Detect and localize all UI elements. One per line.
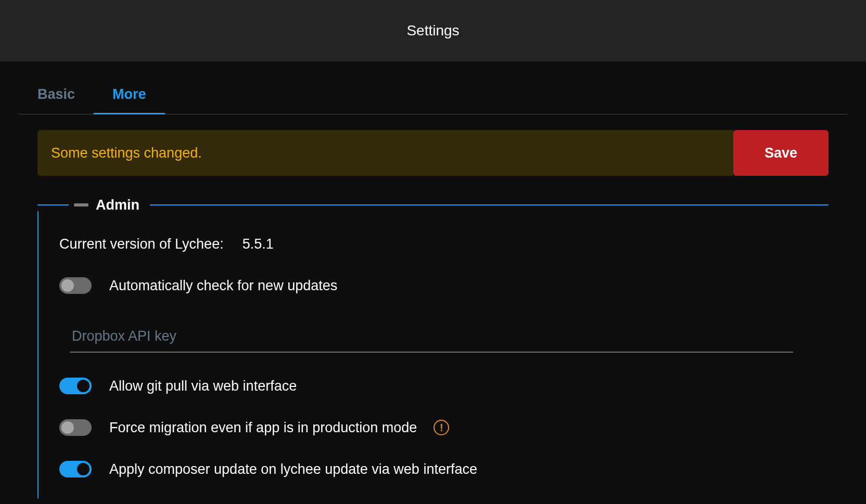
titlebar: Settings (0, 0, 866, 61)
warning-icon (434, 420, 449, 435)
toggle-knob (61, 421, 74, 434)
auto-update-label: Automatically check for new updates (109, 278, 337, 294)
toggle-knob (77, 380, 90, 392)
composer-update-toggle[interactable] (59, 461, 92, 477)
force-migration-row: Force migration even if app is in produc… (59, 419, 808, 436)
admin-legend: Admin (96, 197, 139, 213)
tab-basic[interactable]: Basic (19, 76, 94, 114)
unsaved-changes-bar: Some settings changed. Save (37, 130, 829, 176)
save-button[interactable]: Save (733, 130, 829, 176)
toggle-knob (77, 463, 90, 475)
dropbox-row (70, 319, 793, 353)
auto-update-toggle[interactable] (59, 277, 92, 294)
version-row: Current version of Lychee: 5.5.1 (59, 236, 808, 252)
git-pull-row: Allow git pull via web interface (59, 378, 808, 394)
content-area: Basic More Some settings changed. Save A… (0, 76, 866, 498)
collapse-icon[interactable] (74, 203, 88, 206)
composer-update-label: Apply composer update on lychee update v… (109, 461, 477, 477)
git-pull-toggle[interactable] (59, 378, 92, 394)
tab-more[interactable]: More (94, 76, 165, 114)
version-label: Current version of Lychee: (59, 236, 224, 252)
admin-body: Current version of Lychee: 5.5.1 Automat… (37, 211, 829, 498)
legend-line-left (37, 204, 69, 205)
tabs: Basic More (19, 76, 847, 114)
force-migration-toggle[interactable] (59, 419, 92, 436)
admin-legend-row: Admin (37, 199, 829, 211)
dropbox-api-key-input[interactable] (70, 319, 793, 353)
force-migration-label: Force migration even if app is in produc… (109, 420, 417, 436)
legend-line-right (150, 204, 829, 205)
page-title: Settings (406, 22, 459, 39)
toggle-knob (61, 279, 74, 292)
composer-update-row: Apply composer update on lychee update v… (59, 461, 808, 477)
unsaved-changes-message: Some settings changed. (37, 130, 733, 176)
admin-section: Admin Current version of Lychee: 5.5.1 A… (37, 199, 829, 498)
git-pull-label: Allow git pull via web interface (109, 378, 297, 394)
version-value: 5.5.1 (243, 236, 274, 252)
auto-update-row: Automatically check for new updates (59, 277, 808, 294)
